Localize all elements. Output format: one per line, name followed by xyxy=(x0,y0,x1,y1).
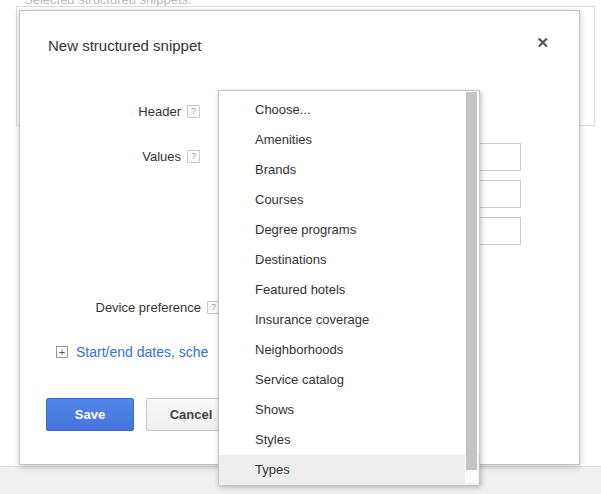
header-field-label-group: Header ? xyxy=(138,103,200,119)
dialog-title: New structured snippet xyxy=(48,37,201,54)
dropdown-option-amenities[interactable]: Amenities xyxy=(219,125,479,155)
values-help-icon[interactable]: ? xyxy=(187,150,200,163)
expand-plus-icon: + xyxy=(56,346,68,358)
dropdown-scrollbar-track[interactable] xyxy=(465,92,478,483)
device-preference-label-group: Device preference ? xyxy=(96,299,221,315)
start-end-dates-link-label: Start/end dates, sche xyxy=(76,344,208,360)
dropdown-option-choose[interactable]: Choose... xyxy=(219,95,479,125)
close-icon[interactable]: ✕ xyxy=(536,35,549,51)
start-end-dates-link[interactable]: + Start/end dates, sche xyxy=(56,344,208,360)
page: Selected structured snippets: New struct… xyxy=(0,0,601,494)
header-help-icon[interactable]: ? xyxy=(187,105,200,118)
dropdown-option-destinations[interactable]: Destinations xyxy=(219,245,479,275)
dropdown-option-insurance-coverage[interactable]: Insurance coverage xyxy=(219,305,479,335)
header-label: Header xyxy=(138,104,181,119)
dropdown-option-shows[interactable]: Shows xyxy=(219,395,479,425)
dropdown-option-styles[interactable]: Styles xyxy=(219,425,479,455)
device-preference-label: Device preference xyxy=(96,300,202,315)
save-button[interactable]: Save xyxy=(46,398,134,431)
dropdown-option-brands[interactable]: Brands xyxy=(219,155,479,185)
dropdown-option-types[interactable]: Types xyxy=(219,455,479,485)
dropdown-option-neighborhoods[interactable]: Neighborhoods xyxy=(219,335,479,365)
values-label: Values xyxy=(142,149,181,164)
dropdown-options: Choose...AmenitiesBrandsCoursesDegree pr… xyxy=(219,95,479,485)
header-dropdown-list: Choose...AmenitiesBrandsCoursesDegree pr… xyxy=(218,90,480,485)
dropdown-option-service-catalog[interactable]: Service catalog xyxy=(219,365,479,395)
dropdown-option-courses[interactable]: Courses xyxy=(219,185,479,215)
dropdown-option-featured-hotels[interactable]: Featured hotels xyxy=(219,275,479,305)
values-field-label-group: Values ? xyxy=(142,148,200,164)
dropdown-scrollbar-thumb[interactable] xyxy=(466,92,477,470)
dropdown-option-degree-programs[interactable]: Degree programs xyxy=(219,215,479,245)
